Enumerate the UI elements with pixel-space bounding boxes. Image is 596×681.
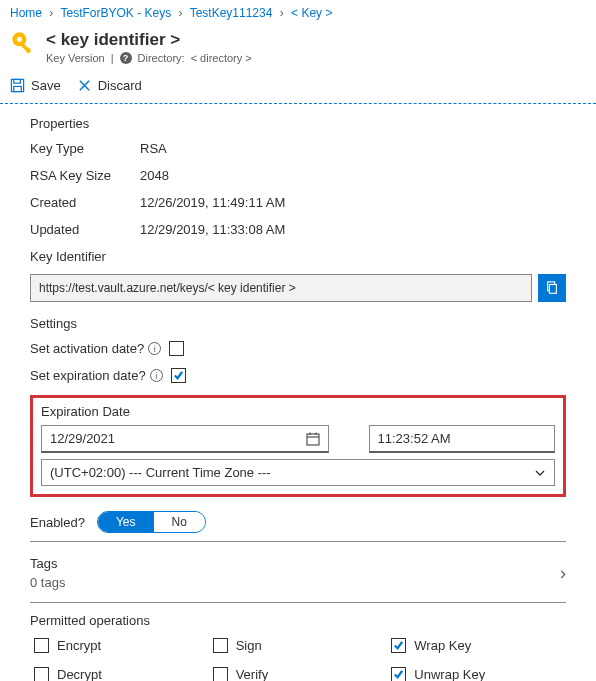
wrap-label: Wrap Key xyxy=(414,638,471,653)
chevron-right-icon: › xyxy=(280,6,284,20)
verify-checkbox[interactable] xyxy=(213,667,228,681)
svg-rect-11 xyxy=(307,434,319,445)
unwrap-label: Unwrap Key xyxy=(414,667,485,681)
tags-count: 0 tags xyxy=(30,575,65,590)
enabled-yes[interactable]: Yes xyxy=(98,512,154,532)
discard-button[interactable]: Discard xyxy=(77,78,142,93)
unwrap-checkbox[interactable] xyxy=(391,667,406,681)
save-icon xyxy=(10,78,25,93)
tags-label: Tags xyxy=(30,556,65,571)
separator xyxy=(30,602,566,603)
directory-label: Directory: xyxy=(138,52,185,64)
enabled-toggle[interactable]: Yes No xyxy=(97,511,206,533)
settings-heading: Settings xyxy=(30,316,566,331)
help-icon[interactable]: i xyxy=(150,369,163,382)
expiration-date-value: 12/29/2021 xyxy=(50,431,115,446)
updated-label: Updated xyxy=(30,222,140,237)
activation-label: Set activation date? xyxy=(30,341,144,356)
verify-label: Verify xyxy=(236,667,269,681)
close-icon xyxy=(77,78,92,93)
created-label: Created xyxy=(30,195,140,210)
breadcrumb-version[interactable]: < Key > xyxy=(291,6,332,20)
encrypt-label: Encrypt xyxy=(57,638,101,653)
activation-checkbox[interactable] xyxy=(169,341,184,356)
created-value: 12/26/2019, 11:49:11 AM xyxy=(140,195,285,210)
svg-rect-5 xyxy=(14,79,21,83)
breadcrumb-vault[interactable]: TestForBYOK - Keys xyxy=(60,6,171,20)
timezone-value: (UTC+02:00) --- Current Time Zone --- xyxy=(50,465,271,480)
key-type-value: RSA xyxy=(140,141,167,156)
rsa-size-label: RSA Key Size xyxy=(30,168,140,183)
expiration-date-panel: Expiration Date 12/29/2021 11:23:52 AM (… xyxy=(30,395,566,497)
expiration-time-input[interactable]: 11:23:52 AM xyxy=(369,425,555,453)
chevron-right-icon: › xyxy=(49,6,53,20)
rsa-size-value: 2048 xyxy=(140,168,169,183)
decrypt-checkbox[interactable] xyxy=(34,667,49,681)
chevron-right-icon: › xyxy=(179,6,183,20)
discard-label: Discard xyxy=(98,78,142,93)
chevron-down-icon xyxy=(534,467,546,479)
decrypt-label: Decrypt xyxy=(57,667,102,681)
separator xyxy=(30,541,566,542)
enabled-no[interactable]: No xyxy=(154,512,205,532)
key-identifier-label: Key Identifier xyxy=(30,249,566,264)
svg-rect-2 xyxy=(20,43,31,54)
sign-label: Sign xyxy=(236,638,262,653)
chevron-right-icon: › xyxy=(560,563,566,584)
separator xyxy=(0,103,596,104)
svg-point-1 xyxy=(17,37,22,42)
timezone-select[interactable]: (UTC+02:00) --- Current Time Zone --- xyxy=(41,459,555,486)
page-title: < key identifier > xyxy=(46,30,252,50)
expiration-label: Set expiration date? xyxy=(30,368,146,383)
breadcrumb-key[interactable]: TestKey111234 xyxy=(190,6,273,20)
wrap-checkbox[interactable] xyxy=(391,638,406,653)
sign-checkbox[interactable] xyxy=(213,638,228,653)
key-identifier-input[interactable] xyxy=(30,274,532,302)
properties-heading: Properties xyxy=(30,116,566,131)
copy-button[interactable] xyxy=(538,274,566,302)
key-type-label: Key Type xyxy=(30,141,140,156)
svg-rect-10 xyxy=(549,285,556,294)
breadcrumb: Home › TestForBYOK - Keys › TestKey11123… xyxy=(0,0,596,26)
breadcrumb-home[interactable]: Home xyxy=(10,6,42,20)
directory-value: < directory > xyxy=(191,52,252,64)
encrypt-checkbox[interactable] xyxy=(34,638,49,653)
expiration-date-label: Expiration Date xyxy=(41,404,555,419)
save-label: Save xyxy=(31,78,61,93)
expiration-checkbox[interactable] xyxy=(171,368,186,383)
save-button[interactable]: Save xyxy=(10,78,61,93)
expiration-time-value: 11:23:52 AM xyxy=(378,431,451,446)
page-header: < key identifier > Key Version | ? Direc… xyxy=(0,26,596,72)
calendar-icon xyxy=(306,432,320,446)
key-icon xyxy=(10,30,38,58)
copy-icon xyxy=(545,281,559,295)
tags-row[interactable]: Tags 0 tags › xyxy=(30,552,566,596)
operations-heading: Permitted operations xyxy=(30,613,566,628)
toolbar: Save Discard xyxy=(0,72,596,99)
enabled-label: Enabled? xyxy=(30,515,85,530)
info-icon: ? xyxy=(120,52,132,64)
svg-rect-6 xyxy=(14,86,22,91)
page-subtitle: Key Version xyxy=(46,52,105,64)
expiration-date-input[interactable]: 12/29/2021 xyxy=(41,425,329,453)
help-icon[interactable]: i xyxy=(148,342,161,355)
updated-value: 12/29/2019, 11:33:08 AM xyxy=(140,222,285,237)
